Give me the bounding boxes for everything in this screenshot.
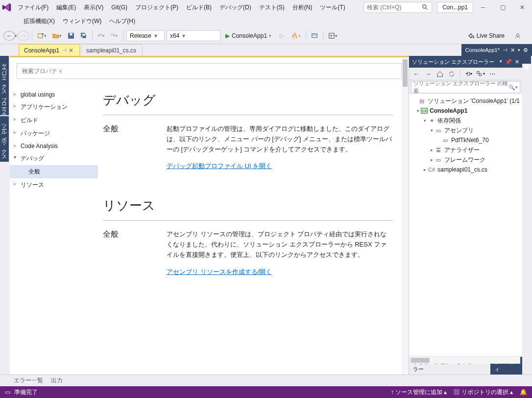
left-autohide-strip: サーバー エクスプローラー ツールボックス: [0, 56, 10, 374]
pin-icon[interactable]: ⊣: [62, 48, 67, 53]
section-resources-sub: 全般: [103, 229, 167, 277]
tree-project-node[interactable]: ▾C# ConsoleApp1: [410, 106, 521, 116]
se-more-button[interactable]: ⋯: [487, 69, 498, 79]
tree-framework-node[interactable]: ▸▭ フレームワーク: [410, 155, 521, 165]
doc-tab-project-properties[interactable]: ConsoleApp1 ⊣ ✕: [19, 44, 80, 56]
framework-icon: ▭: [435, 156, 442, 164]
toolbox-tab[interactable]: ツールボックス: [0, 116, 9, 162]
se-home-button[interactable]: [435, 69, 445, 79]
pin-icon[interactable]: ⊣: [503, 47, 508, 53]
solution-explorer-panel: ソリューション エクスプローラー ▾ 📌 ✕ ← → ⟲▾ ▾ ⋯ ソリューショ…: [409, 56, 522, 374]
nav-global-usings[interactable]: global usings: [10, 89, 98, 100]
nav-resources[interactable]: リソース: [10, 178, 98, 192]
layout-button[interactable]: ▾: [326, 30, 340, 42]
pin-icon[interactable]: 📌: [505, 59, 512, 65]
start-debug-button[interactable]: ▶ConsoleApp1▾: [222, 30, 275, 42]
solution-explorer-header: ソリューション エクスプローラー ▾ 📌 ✕: [409, 56, 522, 68]
solution-tree[interactable]: ▤ ソリューション 'ConsoleApp1' (1/1 ▾C# Console…: [409, 94, 522, 356]
menu-file[interactable]: ファイル(F): [14, 1, 52, 14]
nav-application[interactable]: アプリケーション: [10, 100, 98, 114]
open-debug-launch-profile-link[interactable]: デバッグ起動プロファイル UI を開く: [167, 161, 272, 172]
doc-tab-right-combo[interactable]: ConsoleApp1* ⊣ ✕ ▾ ⚙: [461, 44, 532, 56]
hot-reload-button[interactable]: 🔥▾: [289, 30, 303, 42]
menu-extensions[interactable]: 拡張機能(X): [20, 15, 59, 27]
error-list-tab[interactable]: エラー一覧: [14, 376, 43, 385]
vertical-scrollbar[interactable]: [402, 57, 409, 374]
tree-dependencies-node[interactable]: ▾⚭ 依存関係: [410, 116, 521, 125]
tree-assembly-item[interactable]: ▭ PdfTkNet6_70: [410, 135, 521, 145]
scrollbar-thumb[interactable]: [403, 59, 408, 87]
title-project-pill[interactable]: Con...pp1: [437, 2, 473, 13]
se-sync-button[interactable]: [446, 69, 457, 79]
output-tab[interactable]: 出力: [51, 376, 63, 385]
minimize-button[interactable]: ─: [473, 0, 493, 14]
se-forward-button[interactable]: →: [423, 69, 434, 79]
menu-tools[interactable]: ツール(T): [316, 1, 349, 14]
start-without-debug-button[interactable]: ▷: [276, 30, 288, 42]
undo-button[interactable]: ↶▾: [95, 30, 107, 42]
menu-build[interactable]: ビルド(B): [182, 1, 216, 14]
nav-build[interactable]: ビルド: [10, 114, 98, 127]
doc-tab-active-label: ConsoleApp1: [24, 47, 59, 54]
browser-link-button[interactable]: [309, 30, 320, 42]
property-search-box[interactable]: 検索プロパティ: [17, 63, 402, 79]
menu-project[interactable]: プロジェクト(P): [131, 1, 182, 14]
solution-hscrollbar[interactable]: [411, 357, 520, 364]
server-explorer-tab[interactable]: サーバー エクスプローラー: [0, 56, 9, 115]
property-content: デバッグ 全般 起動プロファイルの管理は、専用ダイアログに移動しました。このダイ…: [98, 85, 409, 374]
create-open-assembly-resources-link[interactable]: アセンブリ リソースを作成する/開く: [167, 267, 272, 277]
close-tab-button[interactable]: ✕: [69, 47, 73, 54]
tree-source-file-node[interactable]: ▸C# sampleapi01_cs.cs: [410, 165, 521, 174]
nav-back-caret[interactable]: ▾: [15, 33, 17, 38]
new-item-button[interactable]: ▾: [35, 30, 49, 42]
menu-test[interactable]: テスト(S): [255, 1, 289, 14]
menu-debug[interactable]: デバッグ(D): [216, 1, 255, 14]
save-button[interactable]: [65, 30, 77, 42]
source-control-button[interactable]: ↑ ソース管理に追加 ▴: [391, 388, 447, 397]
search-icon: [422, 4, 429, 11]
close-icon[interactable]: ✕: [510, 47, 515, 53]
nav-forward-button[interactable]: →: [18, 31, 29, 41]
scrollbar-thumb[interactable]: [411, 358, 430, 363]
save-all-button[interactable]: [78, 30, 90, 42]
gear-icon[interactable]: ⚙: [523, 47, 528, 53]
nav-package[interactable]: パッケージ: [10, 127, 98, 140]
nav-debug[interactable]: デバッグ: [10, 152, 98, 165]
menu-git[interactable]: Git(G): [107, 2, 131, 13]
se-file-nesting-button[interactable]: ▾: [475, 69, 486, 79]
live-share-button[interactable]: Live Share: [465, 30, 507, 42]
notifications-tab[interactable]: 通知: [522, 56, 531, 64]
live-share-label: Live Share: [477, 32, 505, 39]
menu-help[interactable]: ヘルプ(H): [105, 15, 139, 27]
section-resources-text: アセンブリ リソースの管理は、プロジェクト プロパティ経由では実行されなくなりま…: [167, 229, 393, 260]
notifications-bell-icon[interactable]: 🔔: [520, 389, 527, 396]
menu-window[interactable]: ウィンドウ(W): [59, 15, 105, 27]
nav-back-button[interactable]: ←: [3, 31, 15, 41]
tree-analyzer-node[interactable]: ▸☰ アナライザー: [410, 145, 521, 155]
repo-select-button[interactable]: ▥ リポジトリの選択 ▴: [454, 388, 513, 397]
config-combo[interactable]: Release▾: [126, 30, 165, 41]
se-scope-button[interactable]: ⟲▾: [463, 69, 474, 79]
main-toolbar: ← ▾ → ▾ ▾ ↶▾ ↷▾ Release▾ x64▾ ▶ConsoleAp…: [0, 27, 532, 44]
feedback-button[interactable]: [512, 30, 524, 42]
title-bar: ファイル(F) 編集(E) 表示(V) Git(G) プロジェクト(P) ビルド…: [0, 0, 532, 15]
close-button[interactable]: ✕: [512, 0, 532, 14]
menu-edit[interactable]: 編集(E): [52, 1, 80, 14]
menu-view[interactable]: 表示(V): [80, 1, 107, 14]
repo-select-label: リポジトリの選択: [461, 389, 508, 396]
doc-tab-sourcefile[interactable]: sampleapi01_cs.cs: [81, 44, 143, 56]
nav-code-analysis[interactable]: Code Analysis: [10, 140, 98, 152]
redo-button[interactable]: ↷▾: [108, 30, 121, 42]
panel-close-button[interactable]: ✕: [515, 59, 519, 65]
tree-assembly-node[interactable]: ▾▭ アセンブリ: [410, 125, 521, 135]
menu-analyze[interactable]: 分析(N): [289, 1, 316, 14]
nav-debug-general[interactable]: 全般: [10, 165, 98, 178]
open-file-button[interactable]: ▾: [50, 30, 64, 42]
global-search-box[interactable]: 検索 (Ctrl+Q): [363, 2, 432, 13]
solution-explorer-search[interactable]: ソリューション エクスプローラー の検索 🔍▾: [411, 81, 520, 93]
tree-solution-node[interactable]: ▤ ソリューション 'ConsoleApp1' (1/1: [410, 96, 521, 106]
panel-menu-caret[interactable]: ▾: [500, 59, 502, 65]
platform-combo[interactable]: x64▾: [167, 30, 220, 41]
se-back-button[interactable]: ←: [411, 69, 422, 79]
maximize-button[interactable]: ▢: [493, 0, 512, 14]
